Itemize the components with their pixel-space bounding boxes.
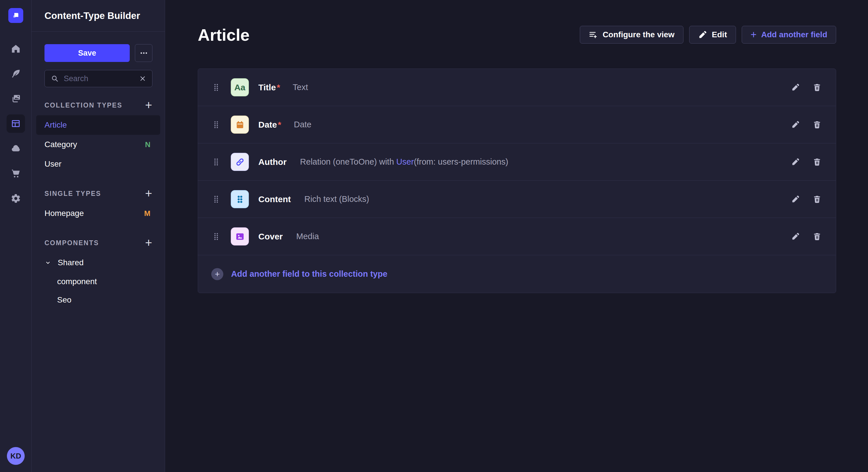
rail-item-content-manager[interactable] <box>7 65 25 83</box>
main-content: Article Configure the view Edit <box>165 0 868 472</box>
components-label: COMPONENTS <box>44 239 99 247</box>
delete-field-button[interactable] <box>813 83 822 92</box>
add-another-field-button[interactable]: + Add another field <box>742 26 836 43</box>
edit-field-button[interactable] <box>791 232 800 241</box>
single-types-list: Homepage M <box>32 204 165 223</box>
add-field-to-collection-link[interactable]: Add another field to this collection typ… <box>231 269 388 279</box>
content-type-builder-icon <box>11 119 21 129</box>
collection-types-header: COLLECTION TYPES + <box>32 101 165 109</box>
main-nav-rail: KD <box>0 0 32 472</box>
pencil-icon <box>791 195 800 204</box>
add-component-button[interactable]: + <box>144 239 153 247</box>
page-title: Article <box>198 25 250 44</box>
single-types-header: SINGLE TYPES + <box>32 189 165 198</box>
edit-field-button[interactable] <box>791 120 800 129</box>
search-icon <box>51 74 59 83</box>
collection-types-label: COLLECTION TYPES <box>44 102 122 109</box>
row-actions <box>791 158 822 166</box>
relation-target-link[interactable]: User <box>396 157 414 166</box>
drag-handle-icon[interactable] <box>213 195 220 204</box>
trash-icon <box>813 158 822 166</box>
sidebar-item-article[interactable]: Article <box>36 115 160 135</box>
drag-handle-icon[interactable] <box>213 83 220 92</box>
rail-item-home[interactable] <box>7 40 25 58</box>
edit-field-button[interactable] <box>791 158 800 166</box>
feather-icon <box>11 69 21 79</box>
field-type: Media <box>296 232 319 241</box>
user-avatar[interactable]: KD <box>7 447 25 465</box>
more-actions-button[interactable] <box>135 44 152 62</box>
edit-button[interactable]: Edit <box>689 26 736 43</box>
collection-types-list: Article Category N User <box>32 115 165 174</box>
panel-footer: + Add another field to this collection t… <box>198 255 836 293</box>
pencil-icon <box>791 83 800 92</box>
cloud-icon <box>11 143 21 154</box>
field-name: Author <box>258 157 287 167</box>
rail-item-marketplace[interactable] <box>7 164 25 183</box>
pencil-icon <box>791 120 800 129</box>
field-name: Content <box>258 194 291 204</box>
cart-icon <box>11 168 21 179</box>
configure-view-label: Configure the view <box>602 30 674 39</box>
field-row-content: Content Rich text (Blocks) <box>198 181 836 218</box>
sidebar-item-component[interactable]: component <box>36 272 160 291</box>
blocks-field-icon <box>231 190 249 208</box>
media-library-icon <box>11 94 21 104</box>
rail-item-settings[interactable] <box>7 189 25 208</box>
item-label: Article <box>44 121 67 130</box>
save-row: Save <box>32 32 165 62</box>
sidebar-item-seo[interactable]: Seo <box>36 291 160 309</box>
item-label: Category <box>44 140 77 149</box>
sidebar-item-user[interactable]: User <box>36 154 160 174</box>
field-type: Text <box>293 82 308 92</box>
field-row-cover: Cover Media <box>198 218 836 255</box>
field-type: Date <box>294 120 311 129</box>
component-group-shared[interactable]: Shared <box>36 253 160 272</box>
pencil-icon <box>698 30 707 39</box>
delete-field-button[interactable] <box>813 158 822 166</box>
field-type: Rich text (Blocks) <box>304 194 369 204</box>
plus-icon: + <box>751 30 756 39</box>
delete-field-button[interactable] <box>813 120 822 129</box>
close-icon <box>139 75 146 82</box>
more-icon <box>140 49 148 57</box>
strapi-logo[interactable] <box>8 8 23 23</box>
sidebar-item-homepage[interactable]: Homepage M <box>36 204 160 223</box>
sidebar-item-category[interactable]: Category N <box>36 135 160 154</box>
section-collection-types: COLLECTION TYPES + Article Category N Us… <box>32 101 165 174</box>
rail-item-cloud[interactable] <box>7 139 25 158</box>
drag-handle-icon[interactable] <box>213 121 220 129</box>
trash-icon <box>813 83 822 92</box>
text-field-icon: Aa <box>231 78 249 96</box>
search-input[interactable] <box>64 74 134 83</box>
chevron-down-icon <box>44 259 51 266</box>
add-field-circle-button[interactable]: + <box>211 268 223 280</box>
plugin-title: Content-Type Builder <box>44 10 140 21</box>
drag-handle-icon[interactable] <box>213 232 220 241</box>
rail-item-media-library[interactable] <box>7 90 25 108</box>
item-label: User <box>44 160 61 169</box>
configure-view-button[interactable]: Configure the view <box>580 26 683 43</box>
search-clear-button[interactable] <box>139 75 146 82</box>
components-list: Shared component Seo <box>32 253 165 309</box>
header-actions: Configure the view Edit + Add another fi… <box>580 26 836 43</box>
components-header: COMPONENTS + <box>32 239 165 247</box>
row-actions <box>791 83 822 92</box>
home-icon <box>11 43 21 54</box>
delete-field-button[interactable] <box>813 195 822 204</box>
trash-icon <box>813 232 822 241</box>
add-field-label: Add another field <box>761 30 827 39</box>
group-label: Shared <box>58 258 84 267</box>
rail-item-content-type-builder[interactable] <box>7 114 25 133</box>
field-row-date: Date* Date <box>198 106 836 143</box>
field-row-title: Aa Title* Text <box>198 69 836 106</box>
drag-handle-icon[interactable] <box>213 158 220 166</box>
add-collection-type-button[interactable]: + <box>144 101 153 109</box>
edit-field-button[interactable] <box>791 83 800 92</box>
required-mark: * <box>277 82 280 92</box>
field-row-author: Author Relation (oneToOne) with User(fro… <box>198 143 836 181</box>
add-single-type-button[interactable]: + <box>144 189 153 198</box>
save-button[interactable]: Save <box>44 44 130 62</box>
edit-field-button[interactable] <box>791 195 800 204</box>
delete-field-button[interactable] <box>813 232 822 241</box>
